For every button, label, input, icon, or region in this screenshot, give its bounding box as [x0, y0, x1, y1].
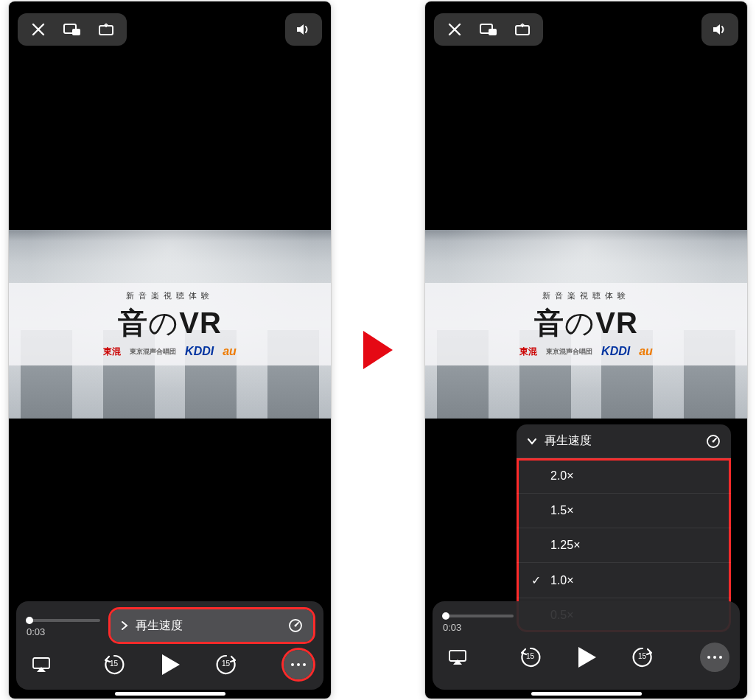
svg-rect-1	[72, 29, 80, 35]
logo-au: au	[223, 345, 237, 358]
more-button[interactable]	[284, 650, 313, 679]
current-time: 0:03	[27, 626, 100, 637]
logo-kddi: KDDI	[185, 345, 214, 358]
top-bar	[18, 13, 322, 46]
top-controls-group	[18, 13, 127, 46]
speedometer-icon	[288, 618, 303, 633]
logo-tokon: 東混	[519, 346, 537, 358]
seek-area[interactable]: 0:03	[443, 610, 514, 633]
home-indicator[interactable]	[531, 692, 642, 696]
phone-left: 新音楽視聴体験 音のVR 東混 東京混声合唱団 KDDI au 0:03	[9, 1, 331, 699]
top-bar	[434, 13, 738, 46]
speed-option[interactable]: 2.0×	[517, 458, 731, 493]
svg-rect-11	[449, 651, 466, 661]
home-indicator[interactable]	[115, 692, 225, 696]
fullscreen-icon[interactable]	[96, 19, 116, 40]
speed-option-label: 1.5×	[550, 504, 574, 517]
close-icon[interactable]	[444, 19, 465, 40]
playback-shelf: 0:03 15 15	[433, 601, 740, 690]
video-title-band: 新音楽視聴体験 音のVR 東混 東京混声合唱団 KDDI au	[9, 283, 331, 365]
close-icon[interactable]	[28, 19, 49, 40]
skip-forward-icon[interactable]: 15	[211, 650, 241, 679]
fullscreen-icon[interactable]	[512, 19, 533, 40]
skip-back-icon[interactable]: 15	[516, 643, 545, 672]
svg-point-4	[295, 625, 297, 627]
speed-option-label: 1.0×	[550, 574, 574, 587]
phone-right: 新音楽視聴体験 音のVR 東混 東京混声合唱団 KDDI au 再生速度 2.0…	[425, 1, 747, 699]
volume-icon[interactable]	[285, 13, 322, 46]
volume-icon[interactable]	[701, 13, 738, 46]
video-title-pre: 音	[118, 307, 148, 339]
video-frame: 新音楽視聴体験 音のVR 東混 東京混声合唱団 KDDI au	[425, 230, 747, 419]
svg-rect-5	[33, 658, 49, 668]
logo-tokon-sub: 東京混声合唱団	[130, 347, 176, 357]
logo-tokon-sub: 東京混声合唱団	[546, 347, 592, 357]
playback-speed-label: 再生速度	[136, 618, 183, 634]
top-controls-group	[434, 13, 543, 46]
logo-kddi: KDDI	[601, 345, 630, 358]
video-overline: 新音楽視聴体験	[126, 290, 214, 301]
seek-bar[interactable]	[27, 619, 100, 622]
transport-controls: 15 15	[516, 643, 657, 672]
pip-icon[interactable]	[62, 19, 83, 40]
chevron-down-icon	[527, 438, 537, 445]
pip-icon[interactable]	[478, 19, 499, 40]
skip-back-seconds: 15	[526, 652, 534, 660]
video-overline: 新音楽視聴体験	[542, 290, 630, 301]
speedometer-icon	[706, 434, 721, 449]
svg-rect-7	[489, 29, 497, 35]
skip-forward-seconds: 15	[638, 652, 646, 660]
logo-au: au	[639, 345, 653, 358]
video-title-post: VR	[595, 307, 638, 339]
skip-forward-seconds: 15	[222, 659, 230, 668]
speed-option[interactable]: 1.25×	[517, 528, 731, 562]
transport-controls: 15 15	[99, 650, 241, 679]
video-title: 音のVR	[118, 303, 222, 343]
video-logo-row: 東混 東京混声合唱団 KDDI au	[519, 345, 653, 358]
seek-bar[interactable]	[443, 615, 514, 617]
svg-point-10	[713, 440, 715, 442]
video-title-band: 新音楽視聴体験 音のVR 東混 東京混声合唱団 KDDI au	[425, 283, 747, 365]
play-icon[interactable]	[155, 650, 185, 679]
video-title-pre: 音	[534, 307, 564, 339]
speed-option-label: 1.25×	[550, 539, 580, 552]
flow-arrow-icon	[363, 331, 393, 369]
video-title: 音のVR	[534, 303, 638, 343]
playback-speed-chip[interactable]: 再生速度	[111, 609, 313, 642]
speed-option-label: 2.0×	[550, 469, 574, 483]
playback-shelf: 0:03 再生速度 15	[16, 601, 323, 690]
skip-back-icon[interactable]: 15	[99, 650, 129, 679]
more-button[interactable]	[700, 643, 729, 672]
speed-option[interactable]: ✓1.0×	[517, 562, 731, 598]
playback-speed-menu-label: 再生速度	[545, 433, 592, 449]
speed-option[interactable]: 1.5×	[517, 493, 731, 528]
video-title-no: の	[148, 307, 179, 339]
seek-area[interactable]: 0:03	[27, 615, 100, 637]
play-icon[interactable]	[572, 643, 601, 672]
video-title-post: VR	[179, 307, 222, 339]
checkmark-icon: ✓	[531, 573, 543, 587]
current-time: 0:03	[443, 622, 514, 633]
skip-back-seconds: 15	[110, 659, 118, 668]
video-frame: 新音楽視聴体験 音のVR 東混 東京混声合唱団 KDDI au	[9, 230, 331, 419]
skip-forward-icon[interactable]: 15	[628, 643, 657, 672]
airplay-icon[interactable]	[443, 643, 472, 672]
video-title-no: の	[564, 307, 595, 339]
video-logo-row: 東混 東京混声合唱団 KDDI au	[103, 345, 237, 358]
playback-speed-menu-header[interactable]: 再生速度	[517, 424, 731, 458]
logo-tokon: 東混	[103, 346, 121, 358]
airplay-icon[interactable]	[27, 650, 56, 679]
chevron-right-icon	[121, 620, 128, 631]
